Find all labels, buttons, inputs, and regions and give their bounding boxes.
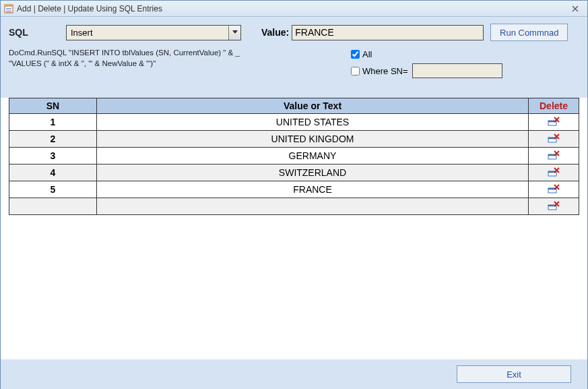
cell-delete <box>529 131 579 148</box>
table-row: 2UNITED KINGDOM <box>9 131 579 148</box>
all-checkbox[interactable] <box>351 50 360 59</box>
run-command-button[interactable]: Run Commnad <box>490 24 568 41</box>
cell-delete <box>529 164 579 181</box>
table-row: 4SWITZERLAND <box>9 164 579 181</box>
delete-row-button[interactable] <box>547 183 560 194</box>
col-header-value: Value or Text <box>97 98 529 114</box>
table-row: 5FRANCE <box>9 181 579 198</box>
cell-sn: 3 <box>9 148 97 164</box>
cell-sn: 4 <box>9 164 97 181</box>
sql-label: SQL <box>9 27 66 38</box>
footer: Exit <box>1 359 587 389</box>
sql-combobox[interactable]: Insert <box>66 25 241 40</box>
cell-delete <box>529 148 579 164</box>
cell-value: UNITED KINGDOM <box>97 131 529 148</box>
delete-row-button[interactable] <box>547 167 560 177</box>
delete-row-button[interactable] <box>547 133 560 144</box>
sql-preview: DoCmd.RunSQL "INSERT INTO tblValues (SN,… <box>9 48 251 69</box>
delete-row-button[interactable] <box>547 116 560 127</box>
cell-value <box>97 198 529 215</box>
value-input[interactable] <box>292 25 484 40</box>
form-area: SQL Insert Value: Run Commnad DoCmd.RunS… <box>1 17 587 98</box>
where-sn-checkbox[interactable] <box>351 67 360 76</box>
cell-value: SWITZERLAND <box>97 164 529 181</box>
cell-sn: 1 <box>9 114 97 131</box>
col-header-sn: SN <box>9 98 97 114</box>
delete-row-button[interactable] <box>547 150 560 160</box>
table-row: 3GERMANY <box>9 148 579 164</box>
cell-delete <box>529 181 579 198</box>
svg-rect-1 <box>5 5 13 7</box>
form-icon <box>3 3 14 14</box>
values-table: SN Value or Text Delete 1UNITED STATES2U… <box>9 98 579 215</box>
cell-value: FRANCE <box>97 181 529 198</box>
cell-sn: 2 <box>9 131 97 148</box>
svg-marker-7 <box>232 30 238 34</box>
cell-value: GERMANY <box>97 148 529 164</box>
cell-delete <box>529 114 579 131</box>
cell-sn: 5 <box>9 181 97 198</box>
delete-row-button[interactable] <box>547 200 560 211</box>
table-row: 1UNITED STATES <box>9 114 579 131</box>
value-label: Value: <box>261 27 289 38</box>
cell-value: UNITED STATES <box>97 114 529 131</box>
close-button[interactable] <box>566 3 585 14</box>
chevron-down-icon <box>228 26 240 40</box>
table-row <box>9 198 579 215</box>
where-sn-input[interactable] <box>412 63 502 78</box>
all-label: All <box>362 49 372 59</box>
where-sn-label: Where SN= <box>362 66 408 76</box>
sql-combobox-value: Insert <box>71 28 228 38</box>
cell-sn <box>9 198 97 215</box>
exit-button[interactable]: Exit <box>457 365 571 383</box>
col-header-delete: Delete <box>529 98 579 114</box>
cell-delete <box>529 198 579 215</box>
window-title: Add | Delete | Update Using SQL Entries <box>17 4 566 13</box>
titlebar: Add | Delete | Update Using SQL Entries <box>1 1 587 17</box>
